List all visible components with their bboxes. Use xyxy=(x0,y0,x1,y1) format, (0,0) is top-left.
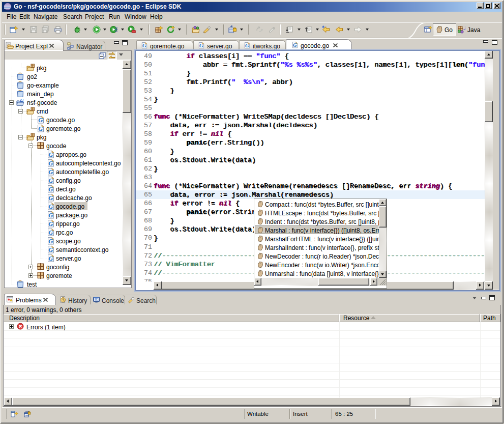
svg-text:G: G xyxy=(48,203,53,210)
svg-text:G: G xyxy=(245,43,249,48)
svg-text:G: G xyxy=(20,98,24,103)
svg-text:G: G xyxy=(48,194,53,202)
svg-text:G: G xyxy=(48,168,53,176)
svg-text:G: G xyxy=(48,238,53,245)
svg-text:G: G xyxy=(48,177,53,184)
svg-text:G: G xyxy=(38,117,43,124)
svg-text:G: G xyxy=(48,160,53,167)
svg-text:G: G xyxy=(48,246,53,253)
svg-text:G: G xyxy=(142,43,146,48)
svg-text:G: G xyxy=(48,220,53,228)
svg-text:G: G xyxy=(48,151,53,158)
svg-text:G: G xyxy=(48,229,53,236)
svg-text:G: G xyxy=(199,43,203,48)
svg-text:G: G xyxy=(293,42,297,48)
svg-text:J: J xyxy=(463,25,466,31)
svg-text:G: G xyxy=(48,255,53,262)
svg-text:G: G xyxy=(38,125,43,132)
svg-text:G: G xyxy=(48,212,53,219)
svg-text:G: G xyxy=(48,186,53,193)
